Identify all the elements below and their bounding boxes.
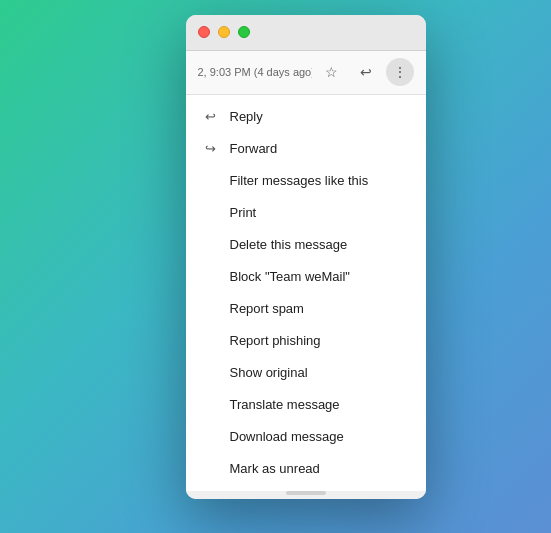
context-menu-window: 2, 9:03 PM (4 days ago) ☆ ↩ ⋮ ↩ Reply ↪ … — [186, 15, 426, 499]
menu-item-original-label: Show original — [230, 365, 308, 380]
menu-item-filter-label: Filter messages like this — [230, 173, 369, 188]
menu-item-filter[interactable]: Filter messages like this — [186, 165, 426, 197]
menu-item-translate-label: Translate message — [230, 397, 340, 412]
phishing-icon — [202, 332, 220, 350]
forward-icon: ↪ — [202, 140, 220, 158]
menu-item-delete-label: Delete this message — [230, 237, 348, 252]
menu-item-block[interactable]: Block "Team weMail" — [186, 261, 426, 293]
menu-item-reply-label: Reply — [230, 109, 263, 124]
email-toolbar: 2, 9:03 PM (4 days ago) ☆ ↩ ⋮ — [186, 51, 426, 95]
menu-item-forward-label: Forward — [230, 141, 278, 156]
dropdown-menu: ↩ Reply ↪ Forward Filter messages like t… — [186, 95, 426, 491]
more-options-button[interactable]: ⋮ — [386, 58, 414, 86]
spam-icon — [202, 300, 220, 318]
menu-item-download[interactable]: Download message — [186, 421, 426, 453]
menu-item-print-label: Print — [230, 205, 257, 220]
close-button[interactable] — [198, 26, 210, 38]
menu-item-phishing-label: Report phishing — [230, 333, 321, 348]
menu-item-show-original[interactable]: Show original — [186, 357, 426, 389]
star-button[interactable]: ☆ — [318, 58, 346, 86]
maximize-button[interactable] — [238, 26, 250, 38]
original-icon — [202, 364, 220, 382]
translate-icon — [202, 396, 220, 414]
menu-item-print[interactable]: Print — [186, 197, 426, 229]
menu-item-forward[interactable]: ↪ Forward — [186, 133, 426, 165]
toolbar-timestamp: 2, 9:03 PM (4 days ago) — [198, 66, 312, 78]
menu-item-spam[interactable]: Report spam — [186, 293, 426, 325]
menu-item-delete[interactable]: Delete this message — [186, 229, 426, 261]
reply-icon: ↩ — [202, 108, 220, 126]
reply-button[interactable]: ↩ — [352, 58, 380, 86]
menu-item-download-label: Download message — [230, 429, 344, 444]
menu-item-translate[interactable]: Translate message — [186, 389, 426, 421]
filter-icon — [202, 172, 220, 190]
download-icon — [202, 428, 220, 446]
menu-item-phishing[interactable]: Report phishing — [186, 325, 426, 357]
menu-item-mark-unread[interactable]: Mark as unread — [186, 453, 426, 485]
title-bar — [186, 15, 426, 51]
window-bottom-bar — [186, 491, 426, 499]
menu-item-block-label: Block "Team weMail" — [230, 269, 351, 284]
minimize-button[interactable] — [218, 26, 230, 38]
block-icon — [202, 268, 220, 286]
menu-item-unread-label: Mark as unread — [230, 461, 320, 476]
menu-item-reply[interactable]: ↩ Reply — [186, 101, 426, 133]
delete-icon — [202, 236, 220, 254]
menu-item-spam-label: Report spam — [230, 301, 304, 316]
mark-unread-icon — [202, 460, 220, 478]
print-icon — [202, 204, 220, 222]
scrollbar-indicator[interactable] — [286, 491, 326, 495]
